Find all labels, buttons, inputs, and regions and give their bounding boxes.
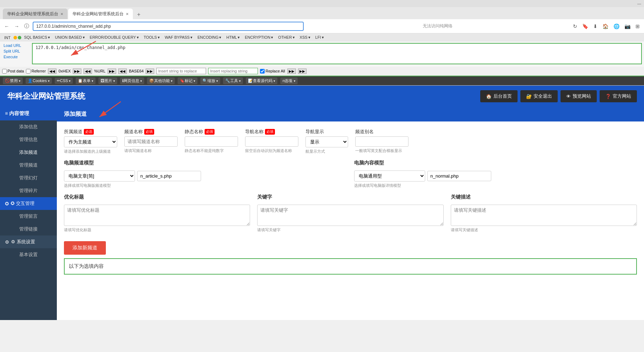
sidebar: ≡ 内容管理 添加信息 管理信息 添加频道 管理频道 管理幻灯 管理碎片 ✪ ✪…	[0, 107, 57, 320]
hackbar-encryption[interactable]: ENCRYPTION	[243, 34, 275, 40]
sidebar-item-manage-info[interactable]: 管理信息	[0, 133, 57, 146]
sidebar-item-manage-fragment[interactable]: 管理碎片	[0, 184, 57, 197]
parent-channel-select[interactable]: 作为主频道	[64, 136, 117, 147]
hackbar-tools[interactable]: TOOLS	[142, 34, 162, 40]
home-icon[interactable]: 🏠	[601, 23, 610, 30]
static-name-input[interactable]	[185, 136, 238, 147]
pc-content-model-select[interactable]: 电脑通用型	[354, 170, 425, 182]
replace-all-checkbox[interactable]	[260, 69, 265, 74]
hackbar-xss[interactable]: XSS	[298, 34, 313, 40]
hackbar-url-textarea[interactable]: 127.0.0.1/admin/cms_channel_add.php	[32, 43, 642, 64]
ff-other-btn[interactable]: 📦其他功能	[147, 77, 175, 84]
hex-right-arrow[interactable]: ▶▶	[73, 69, 81, 74]
sidebar-item-add-info[interactable]: 添加信息	[0, 120, 57, 133]
submit-button[interactable]: 添加新频道	[64, 241, 106, 255]
selection-box-label: 以下为选填内容	[69, 263, 104, 269]
url-input[interactable]	[33, 22, 304, 31]
url-left-arrow[interactable]: ◀◀	[83, 69, 92, 74]
tab-inactive[interactable]: 华科企业网站管理系统后台 ✕	[3, 9, 67, 19]
sidebar-section-content[interactable]: ≡ 内容管理	[0, 107, 57, 120]
hackbar-other[interactable]: OTHER	[276, 34, 297, 40]
replacing-string-input[interactable]	[208, 68, 258, 74]
new-tab-button[interactable]: +	[134, 10, 144, 19]
pc-channel-model-select[interactable]: 电脑文章[简]	[64, 170, 135, 182]
sidebar-item-manage-links[interactable]: 管理链接	[0, 223, 57, 235]
sidebar-section-interactive[interactable]: ✪ ✪ 交互管理	[0, 197, 57, 210]
ff-marks-btn[interactable]: 🔖标记	[178, 77, 197, 84]
tab-close-icon[interactable]: ✕	[60, 12, 63, 16]
tab-close-active-icon[interactable]: ✕	[126, 12, 129, 16]
hackbar-encoding[interactable]: ENCODING	[195, 34, 223, 40]
sidebar-item-manage-comments[interactable]: 管理留言	[0, 210, 57, 223]
replace-all-checkbox-label[interactable]: Replace All	[260, 69, 285, 74]
keywords-input[interactable]	[257, 205, 443, 226]
replace-end-arrow[interactable]: ▶▶	[298, 69, 307, 74]
nav-display-select[interactable]: 显示	[305, 136, 348, 147]
tab-active[interactable]: 华科企业网站管理系统后台 ✕	[68, 9, 133, 19]
pc-channel-model-group: 电脑频道模型 电脑文章[简] 选择或填写电脑版频道模型	[64, 160, 347, 188]
ff-disable-btn[interactable]: 🚫禁用	[3, 77, 23, 84]
hackbar-int[interactable]: INT	[2, 35, 13, 40]
seo-title-input[interactable]	[64, 205, 250, 226]
menu-icon[interactable]: ⊞	[634, 23, 641, 30]
back-button[interactable]: ←	[3, 23, 11, 30]
minimize-btn[interactable]: —	[637, 1, 641, 6]
pc-channel-model-title: 电脑频道模型	[64, 160, 347, 166]
referrer-checkbox[interactable]	[26, 69, 31, 74]
replace-right-arrow[interactable]: ▶▶	[287, 69, 296, 74]
nav-name-group: 导航名称 必填 留空后自动识别为频道名称	[245, 129, 298, 154]
sidebar-item-manage-slideshow[interactable]: 管理幻灯	[0, 172, 57, 184]
ff-css-btn[interactable]: ✏CSS	[55, 78, 73, 84]
hackbar-union-based[interactable]: UNION BASED	[53, 34, 87, 40]
ff-source-btn[interactable]: 📝查看源代码	[246, 77, 277, 84]
refresh-button[interactable]: ↻	[572, 23, 579, 30]
sidebar-item-add-channel[interactable]: 添加频道	[0, 146, 57, 159]
preview-button[interactable]: 👁 预览网站	[561, 90, 597, 102]
channel-alias-input[interactable]	[355, 136, 408, 147]
logout-button[interactable]: 🔐 安全退出	[520, 90, 558, 102]
ff-zoom-btn[interactable]: 🔍缩放	[200, 77, 220, 84]
ff-pageinfo-btn[interactable]: ℹ网页信息	[120, 77, 144, 84]
execute-button[interactable]: Execute	[2, 54, 31, 59]
pc-channel-model-file-input[interactable]	[137, 171, 201, 181]
sidebar-section-settings[interactable]: ⚙ ⚙ 系统设置	[0, 235, 57, 248]
hackbar-lfi[interactable]: LFI	[313, 34, 326, 40]
replace-all-label: Replace All	[265, 69, 285, 73]
post-data-checkbox[interactable]	[2, 69, 7, 74]
earth-icon[interactable]: 🌐	[612, 23, 621, 30]
ff-tools-btn[interactable]: 🔧工具	[223, 77, 243, 84]
screenshot-icon[interactable]: 📷	[623, 23, 632, 30]
hackbar-html[interactable]: HTML	[224, 34, 242, 40]
download-icon[interactable]: ⬇	[592, 23, 599, 30]
hackbar-waf-bypass[interactable]: WAF BYPASS	[163, 34, 195, 40]
insert-string-input[interactable]	[156, 68, 206, 74]
hackbar-sql-basics[interactable]: SQL BASICS	[22, 34, 52, 40]
ff-cookies-btn[interactable]: 👤Cookies	[26, 78, 52, 84]
title-bar: —	[0, 0, 644, 7]
hackbar-error-double[interactable]: ERROR/DOUBLE QUERY	[88, 34, 141, 40]
referrer-checkbox-label[interactable]: Referrer	[26, 69, 45, 74]
split-url-button[interactable]: Split URL	[2, 49, 31, 54]
home-button[interactable]: 🏠 后台首页	[480, 90, 518, 102]
sidebar-item-basic-settings[interactable]: 基本设置	[0, 248, 57, 261]
description-input[interactable]	[451, 205, 637, 226]
ff-options-btn[interactable]: n选项	[280, 77, 297, 84]
yellow-dot	[13, 36, 17, 39]
static-name-label: 静态名称 必填	[185, 129, 238, 135]
hackbar: INT SQL BASICS UNION BASED ERROR/DOUBLE …	[0, 33, 644, 76]
base64-right-arrow[interactable]: ▶▶	[146, 69, 154, 74]
nav-name-input[interactable]	[245, 136, 298, 147]
base64-left-arrow[interactable]: ◀◀	[118, 69, 127, 74]
ff-images-btn[interactable]: 🖼图片	[98, 77, 117, 84]
url-right-arrow[interactable]: ▶▶	[108, 69, 116, 74]
post-data-checkbox-label[interactable]: Post data	[2, 69, 24, 74]
pc-content-model-file-input[interactable]	[427, 171, 491, 181]
sidebar-item-manage-channel[interactable]: 管理频道	[0, 159, 57, 172]
forward-button[interactable]: →	[13, 23, 21, 30]
load-url-button[interactable]: Load URL	[2, 43, 31, 48]
official-button[interactable]: ❓ 官方网站	[600, 90, 637, 102]
ff-forms-btn[interactable]: 📋表单	[76, 77, 96, 84]
channel-name-input[interactable]	[124, 136, 178, 147]
bookmark-icon[interactable]: 🔖	[581, 23, 590, 30]
hex-left-arrow[interactable]: ◀◀	[48, 69, 56, 74]
